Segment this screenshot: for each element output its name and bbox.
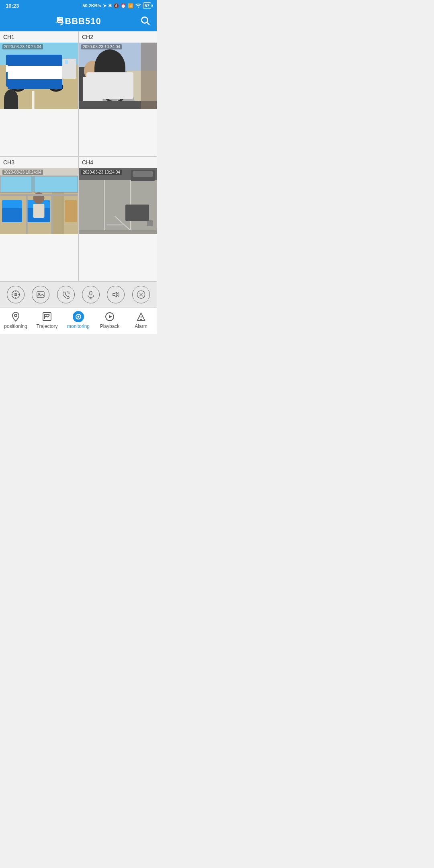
- svg-rect-7: [10, 57, 18, 64]
- svg-rect-36: [2, 208, 22, 222]
- svg-point-24: [104, 80, 126, 102]
- svg-rect-55: [79, 230, 157, 234]
- status-right: 50.2KB/s ➤ ✱ 🔇 ⏰ 📶 57: [82, 2, 151, 9]
- status-time: 10:23: [6, 3, 19, 9]
- ptz-button[interactable]: PTZ: [7, 286, 25, 303]
- svg-rect-6: [6, 65, 62, 72]
- nav-item-playback[interactable]: Playback: [94, 311, 125, 329]
- mute-icon: 🔇: [113, 3, 119, 8]
- channel-label-ch3: CH3: [0, 157, 78, 168]
- svg-rect-8: [21, 57, 29, 64]
- svg-point-0: [141, 17, 147, 23]
- nav-label-positioning: positioning: [4, 323, 27, 329]
- camera-visual-ch3: [0, 168, 78, 234]
- ch4-scene: [79, 168, 157, 234]
- camera-bottom-space-ch4: [79, 234, 157, 281]
- svg-point-70: [14, 314, 17, 317]
- status-bar: 10:23 50.2KB/s ➤ ✱ 🔇 ⏰ 📶 57: [0, 0, 157, 11]
- camera-cell-ch2[interactable]: CH2: [79, 31, 157, 156]
- svg-point-14: [52, 84, 60, 90]
- gallery-button[interactable]: [32, 286, 49, 303]
- svg-rect-57: [147, 220, 153, 226]
- signal-icon: 📶: [128, 3, 133, 8]
- call-icon: [61, 290, 71, 299]
- channel-label-ch4: CH4: [79, 157, 157, 168]
- svg-point-12: [14, 84, 22, 90]
- microphone-button[interactable]: [82, 286, 100, 303]
- camera-cell-ch1[interactable]: CH1: [0, 31, 78, 156]
- camera-timestamp-ch3: 2020-03-23 10:24:04: [2, 170, 43, 175]
- svg-rect-29: [94, 79, 117, 92]
- call-button[interactable]: [57, 286, 75, 303]
- volume-button[interactable]: [107, 286, 125, 303]
- svg-point-13: [49, 82, 63, 92]
- volume-icon: [111, 290, 121, 299]
- nav-label-alarm: Alarm: [135, 323, 147, 329]
- channel-label-ch2: CH2: [79, 31, 157, 43]
- svg-point-25: [112, 88, 118, 94]
- trajectory-icon: [41, 311, 53, 322]
- svg-point-11: [11, 82, 25, 92]
- positioning-icon: [10, 311, 21, 322]
- camera-bottom-space-ch3: [0, 234, 78, 281]
- svg-rect-15: [62, 59, 76, 79]
- svg-rect-61: [37, 292, 44, 297]
- nav-item-trajectory[interactable]: Trajectory: [31, 311, 63, 329]
- nav-item-alarm[interactable]: Alarm: [125, 311, 157, 329]
- close-icon: [136, 290, 146, 299]
- svg-point-23: [84, 61, 102, 81]
- nav-label-monitoring: monitoring: [67, 323, 90, 329]
- vehicle-id: 粤BBB510: [55, 15, 101, 27]
- svg-marker-66: [113, 292, 117, 297]
- nav-item-positioning[interactable]: positioning: [0, 311, 31, 329]
- camera-cell-ch3[interactable]: CH3: [0, 157, 78, 281]
- camera-timestamp-ch4: 2020-03-23 10:24:04: [81, 170, 122, 175]
- ch1-scene: [0, 43, 78, 109]
- svg-rect-33: [0, 176, 78, 192]
- wifi-icon: [135, 3, 141, 8]
- network-speed: 50.2KB/s: [82, 3, 101, 8]
- camera-feed-ch4: 2020-03-23 10:24:04: [79, 168, 157, 234]
- svg-rect-9: [32, 57, 40, 64]
- playback-icon: [104, 311, 115, 322]
- camera-visual-ch1: [0, 43, 78, 109]
- nav-item-monitoring[interactable]: monitoring: [63, 311, 94, 329]
- svg-rect-54: [133, 171, 153, 177]
- search-button[interactable]: [140, 15, 150, 27]
- search-icon: [140, 15, 150, 26]
- bluetooth-icon: ✱: [108, 3, 112, 8]
- svg-point-73: [77, 315, 80, 318]
- camera-feed-ch3: 2020-03-23 10:24:04: [0, 168, 78, 234]
- gallery-icon: [36, 290, 45, 299]
- camera-bottom-space-ch2: [79, 109, 157, 156]
- svg-marker-75: [109, 315, 112, 318]
- battery-icon: 57: [143, 2, 151, 9]
- svg-rect-5: [6, 55, 62, 87]
- camera-visual-ch2: [79, 43, 157, 109]
- ptz-icon: PTZ: [11, 290, 20, 299]
- camera-visual-ch4: [79, 168, 157, 234]
- camera-feed-ch2: 2020-03-23 10:24:04: [79, 43, 157, 109]
- svg-rect-31: [141, 43, 157, 109]
- channel-label-ch1: CH1: [0, 31, 78, 43]
- svg-rect-63: [90, 291, 92, 295]
- svg-rect-40: [33, 204, 45, 218]
- svg-rect-16: [65, 60, 68, 64]
- ch3-scene: [0, 168, 78, 234]
- close-button[interactable]: [132, 286, 150, 303]
- svg-rect-56: [107, 224, 123, 225]
- control-bar: PTZ: [0, 281, 157, 307]
- svg-rect-4: [32, 91, 35, 109]
- ch2-scene: [79, 43, 157, 109]
- camera-bottom-space-ch1: [0, 109, 78, 156]
- svg-rect-43: [0, 194, 78, 196]
- app-header: 粤BBB510: [0, 11, 157, 31]
- svg-rect-49: [79, 180, 157, 234]
- svg-text:PTZ: PTZ: [14, 294, 17, 296]
- svg-rect-42: [65, 200, 77, 222]
- camera-cell-ch4[interactable]: CH4: [79, 157, 157, 281]
- alarm-clock-icon: ⏰: [121, 3, 126, 8]
- svg-line-1: [147, 23, 149, 25]
- alarm-icon: [135, 311, 147, 322]
- camera-feed-ch1: 2020-03-23 10:24:04: [0, 43, 78, 109]
